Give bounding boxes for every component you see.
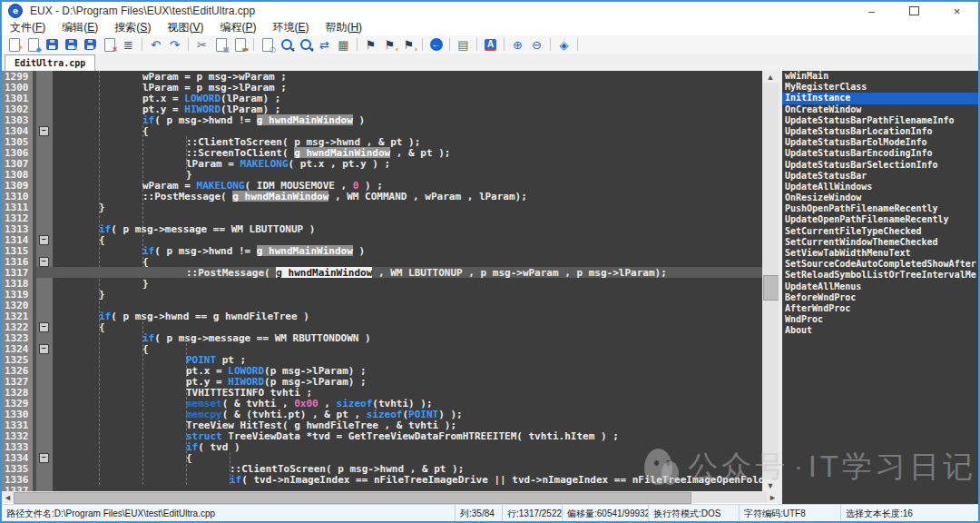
back-icon[interactable]: ← bbox=[427, 37, 445, 53]
function-list-item[interactable]: AfterWndProc bbox=[782, 303, 978, 314]
fold-marker-icon[interactable]: − bbox=[39, 322, 49, 332]
undo-icon[interactable]: ↶ bbox=[147, 37, 164, 53]
scroll-up-icon[interactable]: ▲ bbox=[762, 71, 779, 83]
code-line-1314[interactable]: 1314−{ bbox=[2, 234, 762, 245]
syntax-color-icon[interactable]: A bbox=[482, 37, 499, 53]
replace-icon[interactable]: ⇄ bbox=[316, 37, 333, 53]
function-list-item[interactable]: InitInstance bbox=[782, 93, 978, 104]
menu-e[interactable]: 编辑(E) bbox=[54, 20, 106, 35]
function-list-item[interactable]: SetViewTabWidthMenuText bbox=[782, 248, 978, 259]
function-list-item[interactable]: UpdateStatusBarLocationInfo bbox=[782, 126, 978, 137]
editor-vertical-scrollbar[interactable]: ▲ ▼ bbox=[762, 71, 779, 491]
code-line-1337[interactable]: 1337 bbox=[2, 485, 762, 491]
close-button[interactable]: × bbox=[936, 2, 978, 20]
function-list-item[interactable]: SetSourceCodeAutoCompletedShowAfter bbox=[782, 259, 978, 270]
code-line-1306[interactable]: 1306::ScreenToClient( g_hwndMainWindow ,… bbox=[2, 147, 762, 158]
copy-icon[interactable]: ▣ bbox=[212, 37, 230, 53]
code-line-1324[interactable]: 1324−{ bbox=[2, 343, 762, 354]
code-line-1311[interactable]: 1311} bbox=[2, 202, 762, 212]
code-line-1317[interactable]: 1317::PostMessage( g_hwndMainWindow , WM… bbox=[2, 267, 762, 278]
cut-icon[interactable]: ✂ bbox=[193, 37, 211, 53]
menu-p[interactable]: 编程(P) bbox=[211, 20, 264, 35]
code-line-1302[interactable]: 1302pt.y = HIWORD(lParam) ; bbox=[2, 104, 762, 114]
vertical-scrollbar-thumb[interactable] bbox=[763, 275, 779, 301]
function-list-item[interactable]: SetReloadSymbolListOrTreeIntervalMe bbox=[782, 270, 978, 281]
code-editor[interactable]: 1299wParam = p_msg->wParam ;1300lParam =… bbox=[2, 71, 762, 491]
code-line-1318[interactable]: 1318} bbox=[2, 278, 762, 289]
code-line-1332[interactable]: 1332struct TreeViewData *tvd = GetTreeVi… bbox=[2, 430, 762, 441]
save-icon[interactable] bbox=[44, 37, 61, 53]
zoom-out-icon[interactable]: ⊖ bbox=[528, 37, 545, 53]
menu-v[interactable]: 视图(V) bbox=[159, 20, 211, 35]
menu-f[interactable]: 文件(F) bbox=[2, 20, 54, 35]
code-line-1301[interactable]: 1301pt.x = LOWORD(lParam) ; bbox=[2, 93, 762, 104]
save-all-icon[interactable]: + bbox=[82, 37, 99, 53]
find-prev-icon[interactable]: ‹ bbox=[278, 37, 295, 53]
horizontal-scrollbar-thumb[interactable] bbox=[14, 492, 691, 504]
code-line-1313[interactable]: 1313if( p_msg->message == WM_LBUTTONUP ) bbox=[2, 223, 762, 234]
code-line-1300[interactable]: 1300lParam = p_msg->lParam ; bbox=[2, 82, 762, 93]
code-line-1310[interactable]: 1310::PostMessage( g_hwndMainWindow , WM… bbox=[2, 191, 762, 202]
code-line-1328[interactable]: 1328TVHITTESTINFO tvhti ; bbox=[2, 387, 762, 398]
code-line-1299[interactable]: 1299wParam = p_msg->wParam ; bbox=[2, 71, 762, 82]
code-line-1319[interactable]: 1319} bbox=[2, 289, 762, 300]
function-list-item[interactable]: OnCreateWindow bbox=[782, 104, 978, 115]
function-list-item[interactable]: UpdateOpenPathFilenameRecently bbox=[782, 214, 978, 225]
code-line-1307[interactable]: 1307lParam = MAKELONG( pt.x , pt.y ) ; bbox=[2, 158, 762, 169]
code-line-1304[interactable]: 1304−{ bbox=[2, 125, 762, 136]
code-line-1333[interactable]: 1333if( tvd ) bbox=[2, 441, 762, 452]
fold-marker-icon[interactable]: − bbox=[39, 126, 49, 136]
about-icon[interactable]: ◈ bbox=[555, 37, 573, 53]
code-line-1316[interactable]: 1316−{ bbox=[2, 256, 762, 267]
menu-e[interactable]: 环境(E) bbox=[264, 20, 317, 35]
fold-marker-icon[interactable]: − bbox=[39, 257, 49, 267]
code-line-1327[interactable]: 1327pt.y = HIWORD(p_msg->lParam) ; bbox=[2, 376, 762, 387]
code-line-1322[interactable]: 1322−{ bbox=[2, 321, 762, 332]
function-list-item[interactable]: UpdateStatusBarEncodingInfo bbox=[782, 148, 978, 159]
find-icon[interactable]: ○ bbox=[259, 37, 276, 53]
code-line-1330[interactable]: 1330memcpy( & (tvhti.pt) , & pt , sizeof… bbox=[2, 409, 762, 419]
code-line-1336[interactable]: 1336if( tvd->nImageIndex == nFileTreeIma… bbox=[2, 474, 762, 485]
function-list-item[interactable]: OnResizeWindow bbox=[782, 192, 978, 203]
fold-marker-icon[interactable]: − bbox=[39, 344, 49, 354]
file-list-icon[interactable]: ≣ bbox=[120, 37, 137, 53]
function-list-item[interactable]: UpdateStatusBar bbox=[782, 171, 978, 182]
code-line-1334[interactable]: 1334−{ bbox=[2, 452, 762, 463]
code-line-1335[interactable]: 1335::ClientToScreen( p_msg->hwnd , & pt… bbox=[2, 463, 762, 474]
fold-marker-icon[interactable]: − bbox=[39, 235, 49, 245]
scroll-left-icon[interactable]: ◄ bbox=[2, 491, 14, 503]
scroll-down-icon[interactable]: ▼ bbox=[762, 479, 779, 491]
save-as-icon[interactable]: ✎ bbox=[63, 37, 80, 53]
code-line-1315[interactable]: 1315if( p_msg->hwnd != g_hwndMainWindow … bbox=[2, 245, 762, 256]
replace-all-icon[interactable]: ▦ bbox=[335, 37, 352, 53]
redo-icon[interactable]: ↷ bbox=[166, 37, 183, 53]
code-line-1303[interactable]: 1303if( p_msg->hwnd != g_hwndMainWindow … bbox=[2, 114, 762, 125]
function-list-item[interactable]: UpdateStatusBarPathFilenameInfo bbox=[782, 115, 978, 126]
prev-bookmark-icon[interactable]: ⚑‹ bbox=[381, 37, 398, 53]
function-list-item[interactable]: WndProc bbox=[782, 314, 978, 325]
function-list-item[interactable]: SetCurrentWindowThemeChecked bbox=[782, 237, 978, 248]
code-line-1323[interactable]: 1323if( p_msg->message == WM_RBUTTONDOWN… bbox=[2, 332, 762, 343]
maximize-button[interactable] bbox=[893, 2, 936, 20]
code-line-1309[interactable]: 1309wParam = MAKELONG( IDM_MOUSEMOVE , 0… bbox=[2, 180, 762, 191]
zoom-in-icon[interactable]: ⊕ bbox=[509, 37, 526, 53]
code-line-1320[interactable]: 1320 bbox=[2, 300, 762, 311]
function-list-item[interactable]: wWinMain bbox=[782, 71, 978, 82]
code-line-1308[interactable]: 1308} bbox=[2, 169, 762, 180]
fold-marker-icon[interactable]: − bbox=[39, 453, 49, 463]
function-list-item[interactable]: BeforeWndProc bbox=[782, 292, 978, 303]
close-file-icon[interactable]: × bbox=[101, 37, 118, 53]
function-list-item[interactable]: UpdateStatusBarEolModeInfo bbox=[782, 137, 978, 148]
new-file-icon[interactable]: * bbox=[5, 37, 23, 53]
code-line-1325[interactable]: 1325POINT pt ; bbox=[2, 354, 762, 365]
menu-s[interactable]: 搜索(S) bbox=[106, 20, 159, 35]
code-line-1321[interactable]: 1321if( p_msg->hwnd == g_hwndFileTree ) bbox=[2, 311, 762, 321]
scroll-right-icon[interactable]: ► bbox=[767, 491, 779, 503]
code-line-1326[interactable]: 1326pt.x = LOWORD(p_msg->lParam) ; bbox=[2, 365, 762, 376]
todo-list-icon[interactable]: ▤ bbox=[455, 37, 472, 53]
minimize-button[interactable]: – bbox=[850, 2, 893, 20]
paste-icon[interactable]: ▬ bbox=[231, 37, 249, 53]
function-list-item[interactable]: About bbox=[782, 325, 978, 336]
menu-h[interactable]: 帮助(H) bbox=[317, 20, 370, 35]
open-file-icon[interactable]: ◆ bbox=[24, 37, 42, 53]
